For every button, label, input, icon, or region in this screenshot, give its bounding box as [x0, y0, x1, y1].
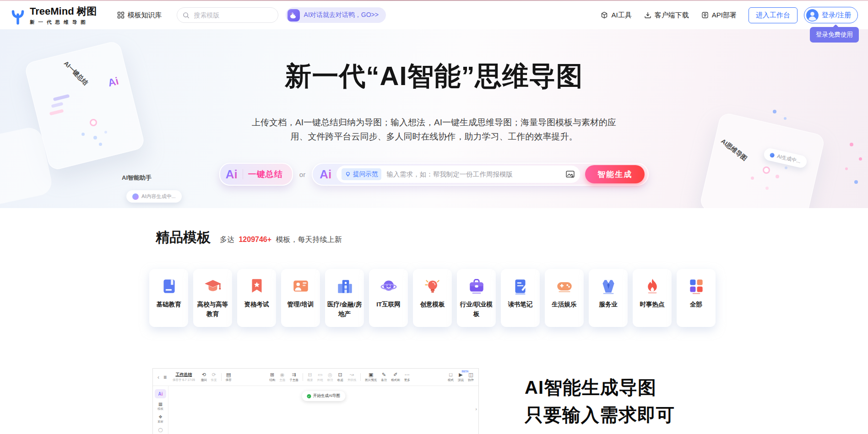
- category-card[interactable]: 资格考试: [237, 269, 276, 327]
- editor-ai-button[interactable]: Ai: [155, 389, 166, 398]
- toolbar-button[interactable]: ⋯更多: [404, 372, 410, 382]
- workspace-button[interactable]: 进入工作台: [749, 7, 797, 23]
- toolbar-button[interactable]: ▶演说BETA: [458, 372, 464, 382]
- category-card[interactable]: 高校与高等教育: [193, 269, 232, 327]
- hint-example-tag[interactable]: 提问示范: [342, 168, 381, 180]
- generation-toast: ✓ 开始生成AI导图: [302, 391, 345, 401]
- editor-sidebar: Ai ▦模板❖素材◯: [153, 386, 168, 434]
- collapse-panel-icon[interactable]: ›: [475, 406, 477, 412]
- toolbar-button[interactable]: ▤保存: [226, 372, 232, 382]
- hero-title: 新一代“AI智能”思维导图: [0, 59, 868, 94]
- presentation-icon: [291, 277, 310, 296]
- nav-item-api-deploy[interactable]: API部署: [701, 11, 737, 20]
- toolbar-button[interactable]: ◫协作: [468, 372, 474, 382]
- nav-item-ai-tools[interactable]: AI工具: [601, 11, 631, 20]
- toolbar-button[interactable]: ⟲撤回: [201, 372, 207, 382]
- briefcase-icon: [467, 277, 486, 296]
- toolbar-button[interactable]: ✐格式刷: [391, 372, 400, 382]
- category-card[interactable]: 时事热点: [633, 269, 672, 327]
- nav-item-client-download[interactable]: 客户端下载: [644, 11, 689, 20]
- gamepad-icon: [555, 277, 574, 296]
- category-card[interactable]: 创意模板: [413, 269, 452, 327]
- login-button[interactable]: 登录/注册: [804, 7, 858, 23]
- toolbar-button-icon: □: [449, 372, 452, 377]
- summary-label: 一键总结: [248, 169, 283, 180]
- check-icon: ✓: [307, 394, 311, 398]
- toolbar-button-icon: ⊟: [308, 372, 312, 377]
- category-card[interactable]: 读书笔记: [501, 269, 540, 327]
- category-label: 管理/培训: [286, 300, 315, 309]
- category-label: 生活娱乐: [551, 300, 578, 309]
- book-icon: [159, 277, 179, 296]
- toolbar-button-icon: ✐: [393, 372, 397, 377]
- toolbar-button[interactable]: ⇉子主题: [289, 372, 298, 382]
- toolbar-button[interactable]: ✎备注: [381, 372, 387, 382]
- toolbar-button: ↝关联线: [347, 372, 357, 382]
- toolbar-button-icon: ▣: [369, 372, 373, 377]
- category-label: IT互联网: [375, 300, 402, 309]
- toolbar-button-label: 子主题: [289, 378, 298, 382]
- category-label: 创意模板: [419, 300, 446, 309]
- toolbar-button[interactable]: ⊞结构: [269, 372, 275, 382]
- promo-banner[interactable]: AI对话就去对话鸭，GO>>: [286, 7, 386, 23]
- category-label: 医疗/金融/房地产: [325, 300, 364, 319]
- toolbar-button[interactable]: ▣图片预览: [365, 372, 377, 382]
- back-icon[interactable]: ‹: [157, 375, 159, 380]
- toolbar-button-icon: ⊡: [338, 372, 342, 377]
- nav-item-template-kb[interactable]: 模板知识库: [117, 11, 162, 20]
- templates-title: 精品模板: [156, 228, 211, 247]
- toolbar-button: ⊟概要: [307, 372, 313, 382]
- login-tooltip: 登录免费使用: [810, 27, 859, 43]
- logo[interactable]: TreeMind 树图 新一代思维导图: [10, 5, 97, 26]
- category-card[interactable]: 行业/职业模板: [457, 269, 496, 327]
- notebook-icon: [511, 277, 530, 296]
- menu-icon[interactable]: ≡: [163, 375, 167, 380]
- category-card[interactable]: 服务业: [589, 269, 628, 327]
- mini-avatar: [132, 193, 139, 200]
- one-click-summary-button[interactable]: Ai 一键总结: [219, 163, 293, 186]
- toolbar-button-icon: ▭: [318, 372, 322, 377]
- nav-item-label: API部署: [712, 11, 737, 20]
- graduation-cap-icon: [203, 277, 222, 296]
- category-card[interactable]: 全部: [677, 269, 716, 327]
- search-box[interactable]: [177, 7, 278, 23]
- editor-sidebar-item[interactable]: ❖素材: [157, 415, 163, 424]
- toolbar-button-label: 协作: [468, 378, 474, 382]
- toolbar-button-label: 演说: [458, 378, 464, 382]
- toolbar-button-label: 格式刷: [391, 378, 400, 382]
- editor-preview: ‹ ≡ 工作总结 保存于 6-7 17:05 ⟲撤回⟳恢复▤保存 ⊞结构◉主题⇉…: [152, 368, 479, 434]
- count-prefix: 多达: [220, 236, 234, 243]
- smart-generate-button[interactable]: 智能生成: [585, 165, 645, 183]
- nav-item-label: 模板知识库: [128, 11, 162, 20]
- category-label: 资格考试: [243, 300, 271, 309]
- toolbar-button-label: 概要: [307, 378, 313, 382]
- toolbar-button-icon: ⟳: [212, 372, 216, 377]
- avatar-icon: [806, 9, 819, 21]
- category-card[interactable]: IT互联网: [369, 269, 408, 327]
- image-upload-icon[interactable]: [565, 170, 575, 179]
- editor-sidebar-item[interactable]: ▦模板: [157, 402, 163, 411]
- deco-dot: [859, 157, 862, 161]
- category-card[interactable]: 管理/培训: [281, 269, 320, 327]
- toolbar-button-icon: ↝: [350, 372, 354, 377]
- editor-canvas[interactable]: ✓ 开始生成AI导图 ›: [168, 386, 478, 434]
- toolbar-button: ⟳恢复: [211, 372, 217, 382]
- category-card[interactable]: 医疗/金融/房地产: [325, 269, 364, 327]
- category-card[interactable]: 基础教育: [149, 269, 188, 327]
- divider: [243, 169, 243, 179]
- sidebar-item-icon[interactable]: ◯: [158, 428, 163, 432]
- brand-tagline: 新一代思维导图: [30, 19, 97, 26]
- toolbar-button-icon: ◎: [328, 372, 332, 377]
- sidebar-item-icon: ▦: [158, 402, 163, 407]
- prompt-input[interactable]: [385, 170, 561, 178]
- category-label: 时事热点: [639, 300, 666, 309]
- search-input[interactable]: [193, 11, 278, 19]
- category-card[interactable]: 生活娱乐: [545, 269, 584, 327]
- toolbar-button[interactable]: ⊡收起: [337, 372, 343, 382]
- doc-title-block[interactable]: 工作总结 保存于 6-7 17:05: [173, 372, 195, 382]
- toolbar-button[interactable]: □模式: [448, 372, 454, 382]
- flame-icon: [643, 277, 662, 296]
- treemind-logo-icon: [10, 5, 26, 25]
- category-label: 服务业: [597, 300, 619, 309]
- toolbar-button-label: 结构: [269, 378, 275, 382]
